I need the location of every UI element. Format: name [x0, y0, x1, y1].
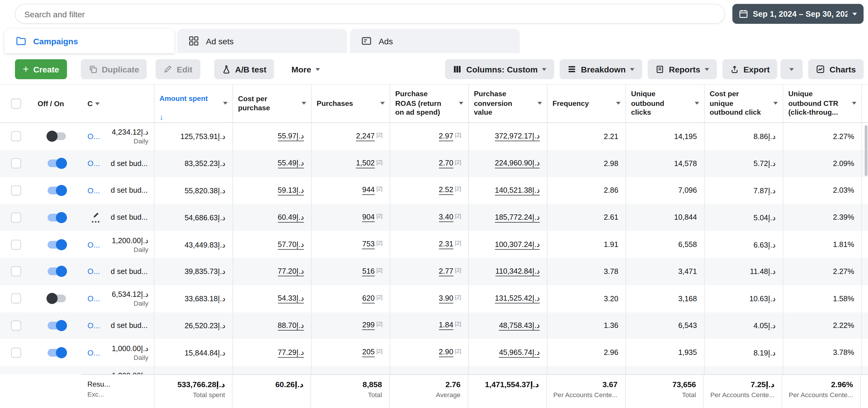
campaign-toggle[interactable] — [48, 349, 66, 356]
campaign-name-link[interactable]: O... — [87, 186, 100, 195]
header-purchase-roas[interactable]: Purchase ROAS (return on ad spend) — [390, 85, 468, 122]
metric-link[interactable]: 620 — [362, 294, 375, 303]
metric-link[interactable]: 2.52 — [439, 186, 453, 195]
campaign-toggle[interactable] — [48, 268, 66, 275]
header-cost-per-purchase[interactable]: Cost per purchase — [232, 85, 311, 122]
metric-link[interactable]: 60.49د.إ — [278, 212, 304, 222]
metric-link[interactable]: 77.29د.إ — [278, 348, 304, 357]
metric-link[interactable]: 48,758.43د.إ — [499, 321, 540, 331]
metric-link[interactable]: 1,502 — [356, 159, 375, 168]
campaign-name-link[interactable]: O... — [87, 294, 100, 303]
date-range-picker[interactable]: Sep 1, 2024 – Sep 30, 2024 — [733, 4, 864, 24]
metric-link[interactable]: 45,965.74د.إ — [499, 348, 540, 357]
duplicate-button[interactable]: Duplicate — [81, 59, 147, 79]
table-row[interactable]: O... ••• 1,000.00د.إ Daily 15,844.84د.إ … — [0, 339, 868, 366]
metric-link[interactable]: 1.84 — [439, 321, 453, 330]
header-cost-per-unique-outbound-click[interactable]: Cost per unique outbound click — [704, 85, 783, 122]
row-checkbox[interactable] — [11, 212, 21, 222]
metric-link[interactable]: 2.70 — [439, 159, 453, 168]
table-row[interactable]: O... ••• 1,200.00د.إ Daily 43,449.83د.إ … — [0, 231, 868, 258]
header-purchase-conversion-value[interactable]: Purchase conversion value — [468, 85, 547, 122]
header-campaign[interactable]: C — [82, 85, 111, 122]
edit-pencil-icon[interactable] — [92, 212, 100, 219]
vertical-scrollbar[interactable] — [865, 125, 867, 176]
row-hover-actions[interactable]: ••• — [92, 212, 100, 224]
header-purchases[interactable]: Purchases — [311, 85, 390, 122]
table-row[interactable]: O... ••• d set bud... 54,686.63د.إ 60.49… — [0, 204, 868, 231]
metric-link[interactable]: 2.90 — [439, 348, 453, 357]
header-unique-outbound-clicks[interactable]: Unique outbound clicks — [625, 85, 704, 122]
metric-link[interactable]: 88.70د.إ — [278, 321, 304, 331]
campaign-name-link[interactable]: O... — [87, 159, 100, 168]
table-row[interactable]: O... ••• d set bud... 55,820.38د.إ 59.13… — [0, 177, 868, 204]
campaign-toggle[interactable] — [48, 214, 66, 221]
metric-link[interactable]: 55.49د.إ — [278, 158, 304, 168]
row-checkbox[interactable] — [11, 321, 21, 331]
campaign-name-link[interactable]: O... — [87, 321, 100, 330]
header-unique-outbound-ctr[interactable]: Unique outbound CTR (click-throug... — [783, 85, 861, 122]
more-options-icon[interactable]: ••• — [92, 219, 100, 223]
row-checkbox[interactable] — [11, 266, 21, 277]
metric-link[interactable]: 2.77 — [439, 267, 453, 276]
columns-button[interactable]: Columns: Custom — [445, 59, 554, 79]
charts-button[interactable]: Charts — [808, 59, 864, 79]
ab-test-button[interactable]: A/B test — [214, 59, 274, 79]
metric-link[interactable]: 944 — [362, 186, 375, 195]
metric-link[interactable]: 185,772.24د.إ — [495, 212, 539, 222]
table-row[interactable]: O... ••• d set bud... 26,520.23د.إ 88.70… — [0, 312, 868, 339]
search-input[interactable] — [24, 9, 716, 19]
row-checkbox[interactable] — [11, 240, 21, 250]
campaign-toggle[interactable] — [48, 133, 66, 140]
row-checkbox[interactable] — [11, 293, 21, 304]
metric-link[interactable]: 131,525.42د.إ — [495, 293, 539, 304]
campaign-toggle[interactable] — [48, 187, 66, 194]
metric-link[interactable]: 299 — [362, 321, 375, 330]
metric-link[interactable]: 372,972.17د.إ — [495, 131, 539, 142]
metric-link[interactable]: 55.97د.إ — [278, 131, 304, 142]
table-row[interactable]: O... ••• 4,234.12د.إ Daily 125,753.91د.إ… — [0, 123, 868, 150]
metric-link[interactable]: 59.13د.إ — [278, 185, 304, 195]
campaign-toggle[interactable] — [48, 322, 66, 329]
edit-button[interactable]: Edit — [156, 59, 200, 79]
metric-link[interactable]: 110,342.84د.إ — [495, 266, 539, 277]
tab-campaigns[interactable]: Campaigns — [4, 29, 175, 53]
row-checkbox[interactable] — [11, 185, 21, 195]
campaign-name-link[interactable]: O... — [87, 267, 100, 276]
row-checkbox[interactable] — [11, 348, 21, 357]
metric-link[interactable]: 904 — [362, 213, 375, 222]
metric-link[interactable]: 516 — [362, 267, 375, 276]
export-button[interactable]: Export — [722, 59, 777, 79]
search-filter-bar[interactable] — [15, 4, 725, 24]
campaign-toggle[interactable] — [48, 241, 66, 248]
row-checkbox[interactable] — [11, 158, 21, 168]
header-amount-spent[interactable]: Amount spent ↓ — [154, 85, 232, 122]
metric-link[interactable]: 3.40 — [439, 213, 453, 222]
breakdown-button[interactable]: Breakdown — [560, 59, 642, 79]
campaign-name-link[interactable]: O... — [87, 348, 100, 357]
create-button[interactable]: + Create — [15, 59, 67, 79]
tab-ad-sets[interactable]: Ad sets — [177, 29, 347, 53]
metric-link[interactable]: 54.33د.إ — [278, 293, 304, 304]
campaign-name-link[interactable]: O... — [87, 240, 100, 249]
metric-link[interactable]: 57.70د.إ — [278, 240, 304, 250]
metric-link[interactable]: 2,247 — [356, 132, 375, 141]
table-row[interactable]: O... ••• d set bud... 39,835.73د.إ 77.20… — [0, 258, 868, 285]
metric-link[interactable]: 2.31 — [439, 240, 453, 249]
table-row[interactable]: O... ••• 6,534.12د.إ Daily 33,683.18د.إ … — [0, 285, 868, 312]
metric-link[interactable]: 753 — [362, 240, 375, 249]
metric-link[interactable]: 140,521.38د.إ — [495, 185, 539, 195]
campaign-name-link[interactable]: O... — [87, 132, 100, 141]
metric-link[interactable]: 3.90 — [439, 294, 453, 303]
more-button[interactable]: More — [284, 59, 328, 79]
metric-link[interactable]: 205 — [362, 348, 375, 357]
header-frequency[interactable]: Frequency — [547, 85, 625, 122]
metric-link[interactable]: 100,307.24د.إ — [495, 240, 539, 250]
metric-link[interactable]: 2.97 — [439, 132, 453, 141]
row-checkbox[interactable] — [11, 131, 21, 142]
export-options-button[interactable] — [781, 59, 803, 79]
table-row[interactable]: O... ••• d set bud... 83,352.23د.إ 55.49… — [0, 150, 868, 177]
tab-ads[interactable]: Ads — [350, 29, 520, 53]
metric-link[interactable]: 77.20د.إ — [278, 266, 304, 277]
campaign-toggle[interactable] — [48, 295, 66, 303]
reports-button[interactable]: Reports — [648, 59, 717, 79]
